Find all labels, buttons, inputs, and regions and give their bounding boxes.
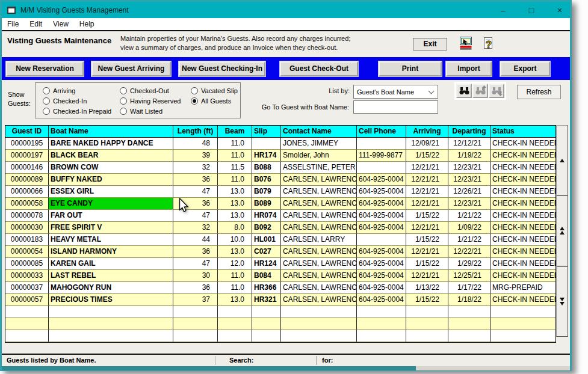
table-cell[interactable]: 1/21/22: [448, 210, 491, 222]
table-cell[interactable]: ASSELSTINE, PETER: [281, 162, 357, 174]
table-cell[interactable]: 8.0: [218, 222, 252, 234]
table-cell[interactable]: [406, 318, 448, 330]
column-header-slip[interactable]: Slip: [252, 126, 281, 138]
table-cell[interactable]: [491, 318, 556, 330]
table-cell[interactable]: 11.5: [218, 162, 252, 174]
table-cell[interactable]: 00000085: [5, 258, 49, 270]
table-cell[interactable]: [5, 318, 49, 330]
table-cell[interactable]: 1/15/22: [406, 258, 448, 270]
table-cell[interactable]: CARLSEN, LAWRENCE: [281, 282, 357, 294]
table-cell[interactable]: B092: [252, 222, 281, 234]
table-cell[interactable]: [357, 318, 406, 330]
table-cell[interactable]: CHECK-IN NEEDED: [491, 150, 556, 162]
guest-check-out-button[interactable]: Guest Check-Out: [280, 61, 358, 76]
table-cell[interactable]: [281, 318, 357, 330]
table-cell[interactable]: 1/15/22: [406, 210, 448, 222]
table-row[interactable]: 00000197BLACK BEAR3911.0HR174Smolder, Jo…: [5, 150, 556, 162]
column-header-guest-id[interactable]: Guest ID: [5, 126, 49, 138]
table-cell[interactable]: 111-999-9877: [357, 150, 406, 162]
table-cell[interactable]: 12/21/21: [406, 186, 448, 198]
table-cell[interactable]: 00000033: [5, 270, 49, 282]
table-cell[interactable]: 1/19/22: [448, 150, 491, 162]
table-cell[interactable]: 12/23/21: [448, 162, 491, 174]
table-cell[interactable]: 00000057: [5, 294, 49, 306]
table-cell[interactable]: 37: [173, 294, 218, 306]
table-cell[interactable]: 00000195: [5, 138, 49, 150]
column-header-contact-name[interactable]: Contact Name: [281, 126, 357, 138]
table-cell[interactable]: [406, 306, 448, 318]
table-cell[interactable]: MRG-PREPAID: [491, 282, 556, 294]
table-cell[interactable]: HR174: [252, 150, 281, 162]
table-cell[interactable]: 48: [173, 138, 218, 150]
table-cell[interactable]: HR321: [252, 294, 281, 306]
column-header-length-ft[interactable]: Length (ft): [173, 126, 218, 138]
table-row[interactable]: 00000089BUFFY NAKED3611.0B076CARLSEN, LA…: [5, 174, 556, 186]
refresh-button[interactable]: Refresh: [517, 85, 561, 99]
table-cell[interactable]: 604-925-0004: [357, 174, 406, 186]
table-cell[interactable]: 13.0: [218, 246, 252, 258]
table-cell[interactable]: LAST REBEL: [49, 270, 173, 282]
table-row[interactable]: 00000037MAHOGONY RUN3611.0HR366CARLSEN, …: [5, 282, 556, 294]
table-cell[interactable]: [173, 330, 218, 342]
new-reservation-button[interactable]: New Reservation: [6, 61, 84, 76]
radio-checked-in[interactable]: Checked-In: [43, 96, 120, 106]
table-cell[interactable]: KAREN GAIL: [49, 258, 173, 270]
table-row[interactable]: 00000078FAR OUT4713.0HR074CARLSEN, LAWRE…: [5, 210, 556, 222]
table-cell[interactable]: [49, 318, 173, 330]
radio-checked-out[interactable]: Checked-Out: [120, 85, 191, 96]
table-cell[interactable]: FREE SPIRIT V: [49, 222, 173, 234]
print-button[interactable]: Print: [379, 61, 442, 76]
table-cell[interactable]: 12/22/21: [448, 246, 491, 258]
column-header-beam[interactable]: Beam: [218, 126, 252, 138]
table-cell[interactable]: CARLSEN, LAWRENCE: [281, 186, 357, 198]
table-cell[interactable]: 00000066: [5, 186, 49, 198]
table-cell[interactable]: CHECK-IN NEEDED: [491, 222, 556, 234]
table-cell[interactable]: CARLSEN, LAWRENCE: [281, 222, 357, 234]
table-cell[interactable]: CARLSEN, LAWRENCE: [281, 210, 357, 222]
table-cell[interactable]: 47: [173, 210, 218, 222]
table-cell[interactable]: BARE NAKED HAPPY DANCE: [49, 138, 173, 150]
table-cell[interactable]: [49, 330, 173, 342]
table-cell[interactable]: 12/21/21: [406, 162, 448, 174]
table-cell[interactable]: 12/09/21: [406, 138, 448, 150]
table-cell[interactable]: [5, 306, 49, 318]
table-cell[interactable]: ISLAND HARMONY: [49, 246, 173, 258]
table-row[interactable]: 00000033LAST REBEL3011.0B084CARLSEN, LAW…: [5, 270, 556, 282]
table-row[interactable]: 00000195BARE NAKED HAPPY DANCE4811.0JONE…: [5, 138, 556, 150]
table-cell[interactable]: 604-925-0004: [357, 198, 406, 210]
table-cell[interactable]: [5, 330, 49, 342]
table-cell[interactable]: 12/26/21: [448, 186, 491, 198]
table-cell[interactable]: 00000183: [5, 234, 49, 246]
table-row[interactable]: 00000057PRECIOUS TIMES3713.0HR321CARLSEN…: [5, 294, 556, 306]
table-cell[interactable]: [448, 306, 491, 318]
table-cell[interactable]: [218, 330, 252, 342]
table-cell[interactable]: 12/21/21: [406, 198, 448, 210]
export-button[interactable]: Export: [500, 61, 550, 76]
table-cell[interactable]: [357, 138, 406, 150]
table-cell[interactable]: 44: [173, 234, 218, 246]
table-cell[interactable]: CARLSEN, LAWRENCE: [281, 294, 357, 306]
table-cell[interactable]: [448, 330, 491, 342]
table-cell[interactable]: HR124: [252, 258, 281, 270]
table-cell[interactable]: Smolder, John: [281, 150, 357, 162]
table-row[interactable]: 00000030FREE SPIRIT V328.0B092CARLSEN, L…: [5, 222, 556, 234]
table-cell[interactable]: 39: [173, 150, 218, 162]
table-cell[interactable]: CARLSEN, LAWRENCE: [281, 174, 357, 186]
table-cell[interactable]: 1/29/22: [448, 258, 491, 270]
table-cell[interactable]: CARLSEN, LARRY: [281, 234, 357, 246]
scroll-up-button[interactable]: [556, 125, 568, 195]
column-header-boat-name[interactable]: Boat Name: [49, 126, 173, 138]
table-row[interactable]: 00000066ESSEX GIRL4713.0B079CARLSEN, LAW…: [5, 186, 556, 198]
table-cell[interactable]: [218, 318, 252, 330]
table-cell[interactable]: 00000030: [5, 222, 49, 234]
table-cell[interactable]: HR074: [252, 210, 281, 222]
table-cell[interactable]: 00000197: [5, 150, 49, 162]
table-cell[interactable]: 604-925-0004: [357, 222, 406, 234]
table-cell[interactable]: JONES, JIMMEY: [281, 138, 357, 150]
table-cell[interactable]: 12.0: [218, 258, 252, 270]
find-binoculars-icon[interactable]: [456, 84, 472, 98]
table-cell[interactable]: 00000146: [5, 162, 49, 174]
column-header-status[interactable]: Status: [491, 126, 556, 138]
table-cell[interactable]: HR366: [252, 282, 281, 294]
table-cell[interactable]: 11.0: [218, 174, 252, 186]
